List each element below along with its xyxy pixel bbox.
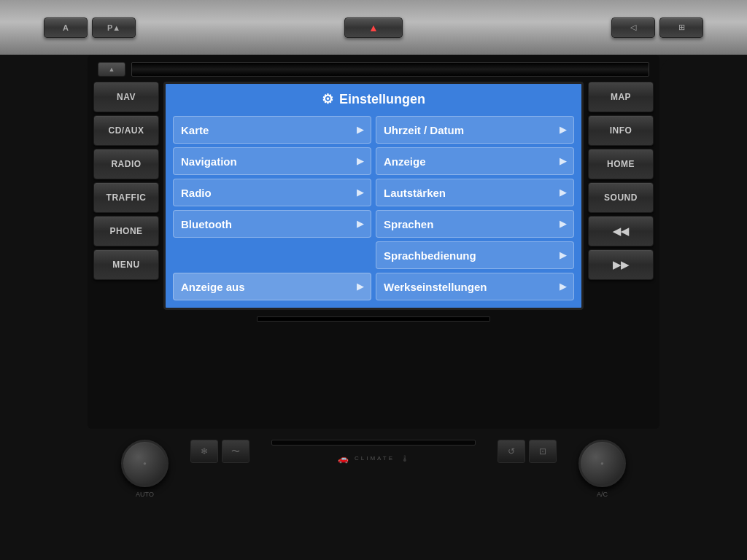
- left-menu-column: Karte ▶ Navigation ▶ Radio ▶: [173, 116, 371, 300]
- arrow-icon: ▶: [357, 187, 363, 198]
- nav-button[interactable]: NAV: [93, 82, 159, 112]
- right-side-buttons: MAP INFO HOME SOUND ◀◀ ▶▶: [588, 82, 654, 310]
- phone-button[interactable]: PHONE: [93, 216, 159, 246]
- main-area: ▲ NAV CD/AUX RADIO: [0, 55, 747, 429]
- menu-item-sprachen[interactable]: Sprachen ▶: [376, 210, 574, 238]
- left-side-buttons: NAV CD/AUX RADIO TRAFFIC PHONE: [93, 82, 159, 310]
- top-left-buttons: A P▲: [44, 18, 136, 38]
- top-right-buttons: ◁ ⊞: [611, 18, 703, 38]
- fan-icon: ❄: [201, 446, 208, 456]
- info-button[interactable]: INFO: [588, 115, 654, 146]
- screen-row: NAV CD/AUX RADIO TRAFFIC PHONE: [93, 82, 654, 310]
- bottom-center: 🚗 CLIMATE 🌡: [271, 440, 476, 464]
- dashboard-top: A P▲ ▲ ◁ ⊞: [0, 0, 747, 55]
- menu-item-karte[interactable]: Karte ▶: [173, 116, 371, 144]
- screen-header: ⚙ Einstellungen: [173, 91, 574, 110]
- bottom-cd-slot: [257, 316, 490, 322]
- ac-knob-group: ● A/C: [578, 440, 626, 498]
- defrost-button[interactable]: ⊡: [529, 440, 557, 463]
- home-button[interactable]: HOME: [588, 149, 654, 179]
- recirc-icon: ↺: [508, 446, 515, 456]
- auto-knob[interactable]: ●: [121, 440, 169, 487]
- menu-item-sprachbedienung[interactable]: Sprachbedienung ▶: [376, 241, 574, 269]
- menu-item-navigation[interactable]: Navigation ▶: [173, 147, 371, 175]
- screen-title: Einstellungen: [339, 92, 425, 107]
- defrost-icon: ⊡: [539, 446, 546, 456]
- eject-icon: ▲: [109, 66, 115, 73]
- next-button[interactable]: ▶▶: [588, 249, 654, 280]
- arrow-icon: ▶: [357, 281, 363, 292]
- button-p-label: P▲: [107, 23, 120, 32]
- menu-item-lautstarken[interactable]: Lautstärken ▶: [376, 179, 574, 206]
- arrow-icon: ▶: [560, 187, 566, 198]
- button-p[interactable]: P▲: [92, 18, 136, 38]
- arrow-icon: ▶: [560, 156, 566, 166]
- map-button[interactable]: MAP: [588, 82, 654, 112]
- climate-small-buttons-right: ↺ ⊡: [498, 440, 557, 463]
- arrow-icon: ▶: [560, 250, 566, 260]
- bottom-center-icons: 🚗 CLIMATE 🌡: [338, 454, 409, 464]
- right-menu-column: Uhrzeit / Datum ▶ Anzeige ▶ Lautstärken …: [376, 116, 574, 300]
- car-icon: 🚗: [338, 454, 349, 464]
- menu-spacer: [173, 241, 371, 269]
- climate-small-buttons-left: ❄ 〜: [190, 440, 249, 463]
- menu-item-uhrzeit[interactable]: Uhrzeit / Datum ▶: [376, 116, 574, 144]
- fan-icon-button[interactable]: ❄: [190, 440, 218, 463]
- prev-button[interactable]: ◀◀: [588, 216, 654, 246]
- traffic-button[interactable]: TRAFFIC: [93, 182, 159, 213]
- auto-label: AUTO: [136, 491, 154, 498]
- arrow-icon: ▶: [560, 281, 566, 292]
- cd-slot: [131, 62, 649, 77]
- recirc-button[interactable]: ↺: [498, 440, 525, 463]
- button-back[interactable]: ◁: [611, 18, 655, 38]
- menu-item-anzeige[interactable]: Anzeige ▶: [376, 147, 574, 175]
- ac-knob-indicator: ●: [600, 460, 604, 467]
- hazard-icon: ▲: [368, 22, 379, 34]
- sound-button[interactable]: SOUND: [588, 182, 654, 213]
- radio-button[interactable]: RADIO: [93, 149, 159, 179]
- menu-item-bluetooth[interactable]: Bluetooth ▶: [173, 210, 371, 238]
- button-back-label: ◁: [630, 23, 636, 32]
- arrow-icon: ▶: [357, 219, 363, 229]
- car-infotainment-ui: A P▲ ▲ ◁ ⊞ ▲: [0, 0, 747, 560]
- arrow-icon: ▶: [357, 125, 363, 135]
- head-unit: ▲ NAV CD/AUX RADIO: [88, 55, 659, 429]
- cdaux-button[interactable]: CD/AUX: [93, 115, 159, 146]
- screen-content: Karte ▶ Navigation ▶ Radio ▶: [173, 116, 574, 300]
- airflow-button[interactable]: 〜: [222, 440, 249, 463]
- left-panel: [0, 55, 88, 429]
- menu-button[interactable]: MENU: [93, 249, 159, 280]
- arrow-icon: ▶: [560, 219, 566, 229]
- infotainment-screen: ⚙ Einstellungen Karte ▶ Navigation: [163, 82, 584, 310]
- ac-label: A/C: [597, 491, 608, 498]
- menu-item-werkseinstellungen[interactable]: Werkseinstellungen ▶: [376, 273, 574, 300]
- menu-item-anzeige-aus[interactable]: Anzeige aus ▶: [173, 273, 371, 300]
- settings-gear-icon: ⚙: [322, 91, 333, 107]
- prev-icon: ◀◀: [613, 225, 630, 237]
- next-icon: ▶▶: [613, 259, 630, 271]
- climate-area: ● AUTO ❄ 〜 🚗 CLIMATE 🌡 ↺: [0, 429, 747, 560]
- ac-knob[interactable]: ●: [578, 440, 626, 487]
- climate-label: CLIMATE: [355, 455, 395, 464]
- auto-knob-indicator: ●: [143, 460, 147, 467]
- button-grid[interactable]: ⊞: [659, 18, 703, 38]
- hazard-button[interactable]: ▲: [344, 18, 403, 38]
- button-grid-label: ⊞: [678, 23, 685, 32]
- top-center-buttons: ▲: [344, 18, 403, 38]
- cd-slot-bottom: [93, 314, 654, 324]
- arrow-icon: ▶: [560, 125, 566, 135]
- bottom-slot: [271, 440, 476, 446]
- button-a[interactable]: A: [44, 18, 88, 38]
- cd-eject-button[interactable]: ▲: [98, 62, 125, 77]
- button-a-label: A: [63, 23, 69, 32]
- airflow-icon: 〜: [231, 446, 240, 458]
- cd-slot-top: ▲: [93, 61, 654, 78]
- auto-knob-group: ● AUTO: [121, 440, 169, 498]
- arrow-icon: ▶: [357, 156, 363, 166]
- temp-icon: 🌡: [400, 454, 409, 464]
- menu-item-radio[interactable]: Radio ▶: [173, 179, 371, 206]
- right-panel: [659, 55, 747, 429]
